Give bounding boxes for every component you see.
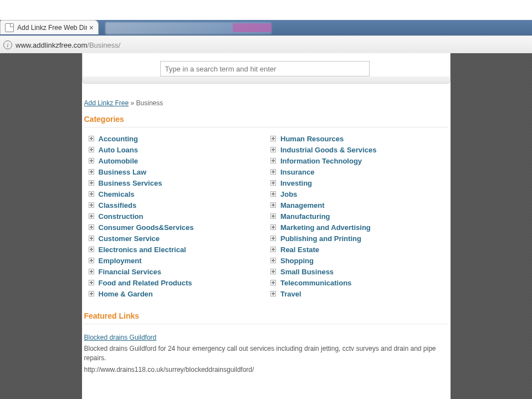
expand-icon[interactable]: [89, 236, 94, 241]
expand-icon[interactable]: [89, 224, 94, 230]
category-item: Financial Services: [84, 266, 267, 277]
category-link[interactable]: Classifieds: [99, 201, 137, 209]
category-link[interactable]: Auto Loans: [99, 146, 139, 154]
expand-icon[interactable]: [270, 291, 276, 296]
category-link[interactable]: Publishing and Printing: [280, 234, 361, 243]
page-content: Add Linkz Free » Business Categories Acc…: [82, 53, 451, 399]
expand-icon[interactable]: [270, 191, 276, 197]
category-link[interactable]: Manufacturing: [280, 212, 330, 221]
category-link[interactable]: Electronics and Electrical: [99, 245, 186, 254]
category-link[interactable]: Telecommunications: [280, 279, 351, 287]
category-item: Jobs: [266, 188, 448, 200]
breadcrumb-sep: »: [129, 99, 136, 107]
category-item: Business Law: [84, 166, 267, 177]
category-link[interactable]: Investing: [280, 179, 312, 187]
expand-icon[interactable]: [89, 280, 94, 285]
expand-icon[interactable]: [89, 169, 94, 175]
category-link[interactable]: Insurance: [280, 168, 314, 176]
expand-icon[interactable]: [89, 202, 94, 208]
category-link[interactable]: Employment: [99, 257, 142, 265]
category-link[interactable]: Management: [280, 201, 324, 209]
category-item: Chemicals: [84, 188, 267, 200]
category-link[interactable]: Financial Services: [99, 268, 161, 276]
omnibox[interactable]: i www.addlinkzfree.com/Business/: [3, 40, 120, 49]
category-item: Manufacturing: [266, 211, 448, 222]
category-link[interactable]: Marketing and Advertising: [280, 223, 371, 232]
breadcrumb-root-link[interactable]: Add Linkz Free: [84, 99, 129, 107]
expand-icon[interactable]: [89, 213, 94, 219]
expand-icon[interactable]: [89, 180, 94, 186]
expand-icon[interactable]: [270, 258, 276, 263]
category-columns: AccountingAuto LoansAutomobileBusiness L…: [84, 133, 448, 299]
viewport: Add Linkz Free » Business Categories Acc…: [0, 53, 532, 399]
expand-icon[interactable]: [89, 136, 94, 141]
category-item: Telecommunications: [266, 277, 448, 288]
expand-icon[interactable]: [270, 224, 276, 230]
category-item: Travel: [266, 288, 448, 299]
site-info-icon[interactable]: i: [3, 40, 12, 49]
category-column-left: AccountingAuto LoansAutomobileBusiness L…: [84, 133, 267, 299]
category-item: Shopping: [266, 255, 448, 266]
expand-icon[interactable]: [89, 191, 94, 197]
category-item: Food and Related Products: [84, 277, 267, 288]
categories-heading: Categories: [84, 115, 448, 127]
category-item: Employment: [84, 255, 267, 266]
featured-heading: Featured Links: [84, 311, 448, 324]
category-link[interactable]: Construction: [99, 212, 144, 221]
category-link[interactable]: Consumer Goods&Services: [99, 223, 194, 232]
expand-icon[interactable]: [270, 158, 276, 163]
category-item: Business Services: [84, 177, 267, 188]
expand-icon[interactable]: [270, 136, 276, 141]
featured-link[interactable]: Blocked drains Guildford: [84, 334, 157, 341]
url-path: /Business/: [87, 41, 120, 49]
expand-icon[interactable]: [89, 247, 94, 252]
category-link[interactable]: Business Services: [99, 179, 162, 187]
expand-icon[interactable]: [270, 147, 276, 152]
category-item: Classifieds: [84, 200, 267, 211]
expand-icon[interactable]: [89, 291, 94, 296]
expand-icon[interactable]: [270, 169, 276, 175]
address-bar: i www.addlinkzfree.com/Business/: [0, 35, 532, 54]
category-link[interactable]: Small Business: [280, 268, 334, 276]
category-link[interactable]: Business Law: [99, 168, 147, 176]
category-link[interactable]: Travel: [280, 290, 301, 298]
category-link[interactable]: Accounting: [99, 135, 139, 143]
category-link[interactable]: Customer Service: [99, 234, 160, 243]
expand-icon[interactable]: [270, 213, 276, 219]
category-link[interactable]: Real Estate: [280, 245, 319, 254]
category-link[interactable]: Food and Related Products: [99, 279, 192, 287]
category-link[interactable]: Human Resources: [280, 135, 344, 143]
expand-icon[interactable]: [89, 269, 94, 274]
expand-icon[interactable]: [270, 236, 276, 241]
expand-icon[interactable]: [89, 158, 94, 163]
close-icon[interactable]: ×: [89, 23, 94, 32]
category-item: Small Business: [266, 266, 448, 277]
category-item: Consumer Goods&Services: [84, 222, 267, 233]
category-link[interactable]: Automobile: [99, 157, 139, 165]
breadcrumb: Add Linkz Free » Business: [84, 99, 448, 107]
category-item: Automobile: [84, 155, 267, 166]
category-link[interactable]: Chemicals: [99, 190, 135, 198]
expand-icon[interactable]: [270, 269, 276, 274]
search-input[interactable]: [160, 61, 370, 76]
expand-icon[interactable]: [270, 247, 276, 252]
featured-listing: Blocked drains Guildford Blocked drains …: [84, 332, 448, 374]
category-item: Investing: [266, 177, 448, 188]
expand-icon[interactable]: [270, 280, 276, 285]
expand-icon[interactable]: [270, 180, 276, 186]
expand-icon[interactable]: [89, 258, 94, 263]
category-link[interactable]: Shopping: [280, 257, 314, 265]
browser-tab-active[interactable]: Add Linkz Free Web Dire ×: [0, 20, 99, 34]
category-link[interactable]: Home & Garden: [99, 290, 153, 298]
category-link[interactable]: Industrial Goods & Services: [280, 146, 376, 154]
featured-description: Blocked drains Guildford for 24 hour eme…: [84, 344, 448, 363]
expand-icon[interactable]: [270, 202, 276, 208]
category-link[interactable]: Jobs: [280, 190, 297, 198]
category-link[interactable]: Information Technology: [280, 157, 362, 165]
category-item: Customer Service: [84, 233, 267, 244]
category-item: Construction: [84, 211, 267, 222]
expand-icon[interactable]: [89, 147, 94, 152]
category-item: Industrial Goods & Services: [266, 144, 448, 155]
category-item: Auto Loans: [84, 144, 267, 155]
category-item: Management: [266, 200, 448, 211]
